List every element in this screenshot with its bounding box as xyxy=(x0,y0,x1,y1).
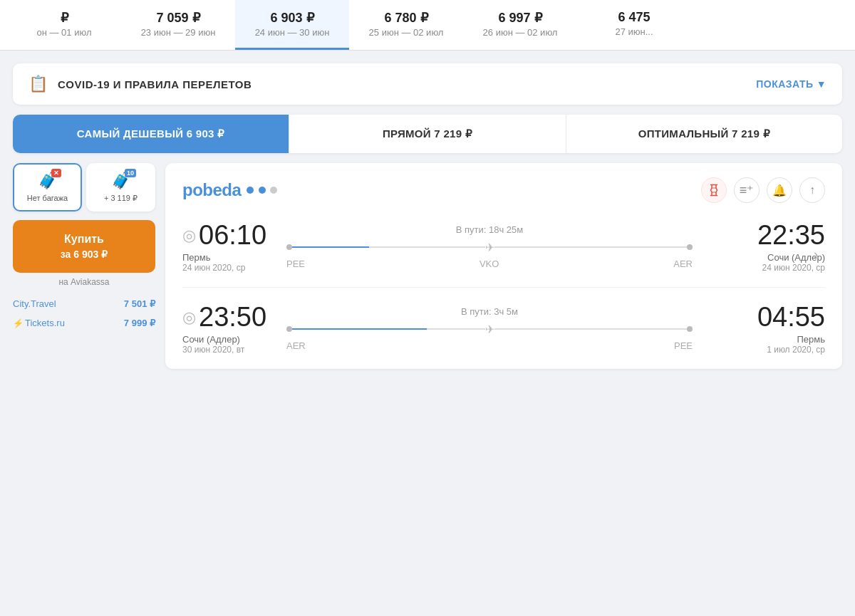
plane-mid-icon-2: ✈ xyxy=(485,323,494,336)
buy-button-line2: за 6 903 ₽ xyxy=(20,248,148,262)
duration-label-1: В пути: 18ч 25м xyxy=(456,224,524,235)
left-sidebar: 🧳 ✕ Нет багажа 🧳 10 + 3 119 ₽ Купить за … xyxy=(13,163,155,369)
covid-chevron-down-icon: ▼ xyxy=(817,78,826,90)
baggage-with-label: + 3 119 ₽ xyxy=(93,193,148,203)
price-tab-1[interactable]: 7 059 ₽ 23 июн — 29 июн xyxy=(121,0,235,50)
price-tab-3-price: 6 780 ₽ xyxy=(384,10,428,26)
covid-banner: 📋 COVID-19 И ПРАВИЛА ПЕРЕЛЕТОВ ПОКАЗАТЬ … xyxy=(13,63,842,105)
partner-price-0: 7 501 ₽ xyxy=(124,298,155,309)
arr-code-2: PEE xyxy=(674,340,693,351)
share-icon-button[interactable]: ↑ xyxy=(799,177,825,203)
partner-price-1: 7 999 ₽ xyxy=(124,318,155,328)
dep-compass-icon-1: ◎ xyxy=(182,226,196,245)
route-track-1b xyxy=(494,246,688,248)
dep-date-2: 30 июн 2020, вт xyxy=(182,345,275,355)
covid-doc-icon: 📋 xyxy=(28,75,48,93)
dep-time-value-2: 23:50 xyxy=(199,302,266,333)
partner-name-1[interactable]: Tickets.ru xyxy=(13,318,65,328)
partner-row-0[interactable]: City.Travel 7 501 ₽ xyxy=(13,294,155,313)
mid-code-1: VKO xyxy=(480,259,499,269)
price-tab-1-price: 7 059 ₽ xyxy=(156,10,200,26)
partner-row-1[interactable]: Tickets.ru 7 999 ₽ xyxy=(13,313,155,333)
dep-info-1: ◎ 06:10 Пермь 24 июн 2020, ср xyxy=(182,220,275,273)
dep-info-2: ◎ 23:50 Сочи (Адлер) 30 июн 2020, вт xyxy=(182,302,275,355)
dep-code-2: AER xyxy=(286,340,306,351)
filter-tab-optimal-label: ОПТИМАЛЬНЫЙ xyxy=(638,127,729,140)
route-track-2b xyxy=(494,328,688,330)
airline-dots xyxy=(245,184,277,197)
timer-icon-button[interactable] xyxy=(701,177,727,203)
baggage-card-no-bag[interactable]: 🧳 ✕ Нет багажа xyxy=(13,163,82,212)
route-track-inner-2 xyxy=(292,328,427,330)
price-tab-3-dates: 25 июн — 02 июл xyxy=(369,27,444,38)
price-tab-3[interactable]: 6 780 ₽ 25 июн — 02 июл xyxy=(349,0,463,50)
flight-segment-1-container: ◎ 06:10 Пермь 24 июн 2020, ср В пути: 18… xyxy=(182,220,825,288)
expand-arrow-1[interactable]: › xyxy=(814,246,818,261)
arr-time-value-2: 04:55 xyxy=(757,302,825,333)
route-middle-2: В пути: 3ч 5м ✈ AER PEE xyxy=(275,306,704,351)
filter-tab-direct[interactable]: ПРЯМОЙ 7 219 ₽ xyxy=(289,115,566,153)
covid-left: 📋 COVID-19 И ПРАВИЛА ПЕРЕЛЕТОВ xyxy=(28,75,252,93)
arr-date-1: 24 июн 2020, ср xyxy=(762,263,825,273)
arr-info-1: 22:35 Сочи (Адлер) 24 июн 2020, ср xyxy=(704,220,825,273)
flight-card: pobeda ≡⁺ 🔔 ↑ xyxy=(165,163,842,369)
filter-tab-optimal[interactable]: ОПТИМАЛЬНЫЙ 7 219 ₽ xyxy=(566,115,842,153)
price-tab-1-dates: 23 июн — 29 июн xyxy=(141,27,216,38)
price-tab-5-dates: 27 июн... xyxy=(615,26,653,37)
baggage-card-with-bag[interactable]: 🧳 10 + 3 119 ₽ xyxy=(86,163,155,212)
price-tab-5[interactable]: 6 475 27 июн... xyxy=(577,0,691,50)
price-tab-0[interactable]: ₽ он — 01 июл xyxy=(7,0,121,50)
buy-button[interactable]: Купить за 6 903 ₽ xyxy=(13,220,155,273)
dep-compass-icon-2: ◎ xyxy=(182,308,196,327)
filter-tab-cheapest-amount: 6 903 ₽ xyxy=(187,127,225,140)
arr-date-2: 1 июл 2020, ср xyxy=(767,345,825,355)
price-tab-4-dates: 26 июн — 02 июл xyxy=(483,27,558,38)
price-tab-4[interactable]: 6 997 ₽ 26 июн — 02 июл xyxy=(463,0,577,50)
dep-code-1: PEE xyxy=(286,259,305,269)
dot-1 xyxy=(247,187,254,194)
buy-button-line1: Купить xyxy=(20,231,148,247)
partner-name-0[interactable]: City.Travel xyxy=(13,298,56,309)
main-content: 🧳 ✕ Нет багажа 🧳 10 + 3 119 ₽ Купить за … xyxy=(13,163,842,369)
route-dot-start-1 xyxy=(286,244,292,250)
aviakassa-label: на Aviakassa xyxy=(13,277,155,287)
price-tab-2-price: 6 903 ₽ xyxy=(270,10,314,26)
covid-show-button[interactable]: ПОКАЗАТЬ ▼ xyxy=(756,78,826,90)
price-tab-2[interactable]: 6 903 ₽ 24 июн — 30 июн xyxy=(235,0,349,50)
route-line-1: ✈ xyxy=(286,241,693,254)
filter-tab-direct-label: ПРЯМОЙ xyxy=(383,127,431,140)
route-track-1 xyxy=(292,246,485,248)
filter-lines-icon-button[interactable]: ≡⁺ xyxy=(734,177,760,203)
baggage-no-bag-icon-wrap: 🧳 ✕ xyxy=(38,172,57,190)
baggage-x-icon: ✕ xyxy=(51,169,61,177)
plane-mid-icon-1: ✈ xyxy=(485,241,494,254)
flight-segment-2: ◎ 23:50 Сочи (Адлер) 30 июн 2020, вт В п… xyxy=(182,302,825,355)
dep-time-1: ◎ 06:10 xyxy=(182,220,275,251)
route-dot-end-1 xyxy=(687,244,693,250)
route-dot-start-2 xyxy=(286,326,292,332)
airline-logo: pobeda xyxy=(182,180,277,200)
airline-actions: ≡⁺ 🔔 ↑ xyxy=(701,177,825,203)
dot-3 xyxy=(270,187,277,194)
airline-name: pobeda xyxy=(182,180,241,200)
baggage-options: 🧳 ✕ Нет багажа 🧳 10 + 3 119 ₽ xyxy=(13,163,155,212)
airport-codes-1: PEE VKO AER xyxy=(286,259,693,269)
airline-header: pobeda ≡⁺ 🔔 ↑ xyxy=(182,177,825,203)
filter-tab-cheapest[interactable]: САМЫЙ ДЕШЕВЫЙ 6 903 ₽ xyxy=(13,115,289,153)
dep-city-2: Сочи (Адлер) xyxy=(182,334,275,345)
arr-time-2: 04:55 xyxy=(757,302,825,333)
route-track-2 xyxy=(292,328,485,330)
route-middle-1: В пути: 18ч 25м ✈ PEE VKO AER xyxy=(275,224,704,269)
duration-label-2: В пути: 3ч 5м xyxy=(461,306,518,317)
route-dot-end-2 xyxy=(687,326,693,332)
price-tab-5-price: 6 475 xyxy=(618,10,650,25)
price-tab-0-dates: он — 01 июл xyxy=(36,27,91,38)
bell-icon-button[interactable]: 🔔 xyxy=(767,177,792,203)
covid-text: COVID-19 И ПРАВИЛА ПЕРЕЛЕТОВ xyxy=(58,78,252,90)
arr-code-1: AER xyxy=(673,259,693,269)
price-tab-4-price: 6 997 ₽ xyxy=(498,10,542,26)
filter-tab-direct-amount: 7 219 ₽ xyxy=(434,127,472,140)
dep-time-value-1: 06:10 xyxy=(199,220,266,251)
filter-tab-optimal-amount: 7 219 ₽ xyxy=(732,127,770,140)
baggage-no-label: Нет багажа xyxy=(20,193,75,203)
